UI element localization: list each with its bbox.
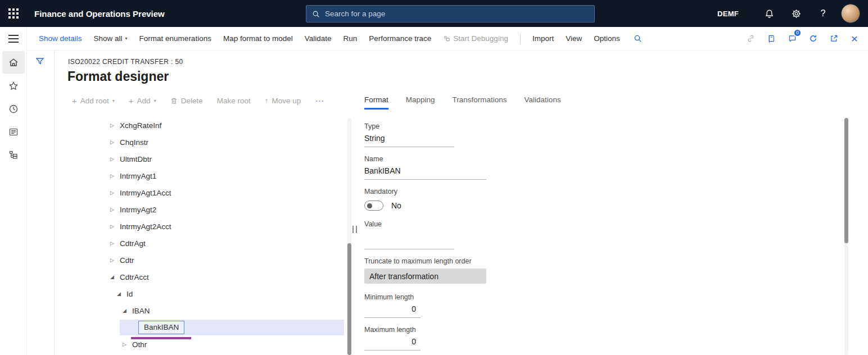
- home-icon: [8, 57, 19, 67]
- global-search[interactable]: [306, 5, 595, 22]
- filter-pane-button[interactable]: [35, 57, 44, 66]
- tree-item-name-editor[interactable]: BankIBAN: [138, 321, 184, 334]
- nav-home-button[interactable]: [2, 51, 25, 74]
- show-details-link[interactable]: Show details: [39, 34, 82, 43]
- chevron-collapsed-icon[interactable]: ▷: [110, 173, 120, 179]
- delete-button[interactable]: Delete: [170, 97, 203, 105]
- tree-item[interactable]: ▷ XchgRateInf: [27, 117, 344, 134]
- show-all-dropdown[interactable]: Show all ▾: [94, 34, 128, 43]
- tree-item-selected[interactable]: BankIBAN: [27, 319, 344, 336]
- tree-item[interactable]: ◢ IBAN: [27, 302, 344, 319]
- make-root-button[interactable]: Make root: [217, 97, 251, 105]
- messages-button[interactable]: 0: [784, 31, 800, 47]
- command-search-button[interactable]: [634, 34, 642, 43]
- mandatory-value: No: [391, 201, 401, 210]
- open-in-new-icon: [830, 34, 838, 43]
- tree-item[interactable]: ▷ IntrmyAgt2Acct: [27, 218, 344, 235]
- validate-button[interactable]: Validate: [305, 34, 332, 43]
- chevron-collapsed-icon[interactable]: ▷: [123, 342, 132, 347]
- move-up-button[interactable]: ↑ Move up: [265, 97, 301, 105]
- close-button[interactable]: ×: [847, 31, 862, 47]
- chevron-collapsed-icon[interactable]: ▷: [110, 139, 120, 145]
- tree-item[interactable]: ▷ IntrmyAgt1: [27, 167, 344, 184]
- tab-transformations[interactable]: Transformations: [453, 95, 507, 110]
- tree-item[interactable]: ▷ IntrmyAgt1Acct: [27, 184, 344, 201]
- nav-rail: [0, 27, 27, 355]
- attach-button[interactable]: [743, 31, 758, 47]
- search-icon: [634, 34, 642, 43]
- add-root-button[interactable]: + Add root ▾: [72, 96, 115, 106]
- tree-item-label: Othr: [132, 340, 147, 349]
- chevron-expanded-icon[interactable]: ◢: [110, 274, 120, 280]
- star-icon: [8, 81, 19, 91]
- nav-favorites-button[interactable]: [0, 74, 27, 97]
- tree-item[interactable]: ◢ CdtrAcct: [27, 268, 344, 285]
- nav-modules-button[interactable]: [0, 143, 27, 166]
- tree-item[interactable]: ▷ Cdtr: [27, 252, 344, 268]
- start-debugging-button: Start Debugging: [443, 34, 508, 43]
- app-launcher-button[interactable]: [0, 0, 27, 27]
- chevron-collapsed-icon[interactable]: ▷: [110, 156, 120, 162]
- truncate-combobox[interactable]: After transformation: [364, 268, 486, 284]
- view-button[interactable]: View: [566, 34, 582, 43]
- notifications-button[interactable]: [756, 0, 783, 27]
- nav-menu-button[interactable]: [0, 27, 27, 51]
- chevron-expanded-icon[interactable]: ◢: [117, 291, 126, 297]
- nav-rail-items: [0, 51, 27, 166]
- minimum-length-input[interactable]: 0: [364, 304, 421, 318]
- chevron-collapsed-icon[interactable]: ▷: [110, 207, 120, 212]
- global-search-input[interactable]: [325, 10, 589, 18]
- tree-item-label: IBAN: [132, 307, 150, 315]
- performance-trace-button[interactable]: Performance trace: [369, 34, 431, 43]
- name-input[interactable]: BankIBAN: [364, 166, 486, 180]
- tab-format[interactable]: Format: [364, 95, 388, 110]
- chevron-expanded-icon[interactable]: ◢: [123, 308, 132, 313]
- nav-recent-button[interactable]: [0, 97, 27, 120]
- tree-item-label: Cdtr: [120, 256, 134, 265]
- value-label: Value: [364, 220, 533, 228]
- tree-item[interactable]: ▷ ChqInstr: [27, 134, 344, 151]
- tree-item[interactable]: ◢ Id: [27, 285, 344, 302]
- record-caption: ISO20022 CREDIT TRANSFER : 50: [68, 58, 183, 66]
- more-actions-button[interactable]: ⋯: [315, 95, 325, 106]
- minimum-length-field: Minimum length 0: [364, 293, 533, 318]
- nav-news-button[interactable]: [0, 120, 27, 143]
- tab-mapping[interactable]: Mapping: [406, 95, 435, 110]
- link-icon: [747, 34, 755, 43]
- chevron-collapsed-icon[interactable]: ▷: [110, 224, 120, 229]
- tree-item[interactable]: ▷ CdtrAgt: [27, 235, 344, 252]
- chevron-collapsed-icon[interactable]: ▷: [110, 240, 120, 246]
- value-input[interactable]: [364, 236, 454, 249]
- chevron-collapsed-icon[interactable]: ▷: [110, 190, 120, 195]
- selection-underline-marker: [131, 337, 191, 339]
- chevron-collapsed-icon[interactable]: ▷: [110, 122, 120, 128]
- chevron-collapsed-icon[interactable]: ▷: [110, 257, 120, 263]
- map-format-to-model-button[interactable]: Map format to model: [223, 34, 293, 43]
- maximum-length-input[interactable]: 0: [364, 337, 421, 351]
- panel-splitter-handle[interactable]: [352, 226, 357, 233]
- refresh-button[interactable]: [805, 31, 821, 47]
- settings-button[interactable]: [783, 0, 810, 27]
- help-button[interactable]: ?: [810, 0, 837, 27]
- options-button[interactable]: Options: [594, 34, 620, 43]
- tree-scrollbar-thumb[interactable]: [347, 243, 351, 355]
- tree-item[interactable]: ▷ IntrmyAgt2: [27, 201, 344, 218]
- page-title: Format designer: [67, 69, 169, 84]
- tab-validations[interactable]: Validations: [525, 95, 561, 110]
- open-in-new-window-button[interactable]: [826, 31, 842, 47]
- command-bar: Show details Show all ▾ Format enumerati…: [27, 27, 868, 51]
- type-value[interactable]: String: [364, 134, 454, 147]
- import-button[interactable]: Import: [532, 34, 554, 43]
- run-button[interactable]: Run: [343, 34, 358, 43]
- tree-item[interactable]: ▷ UltmtDbtr: [27, 151, 344, 167]
- user-avatar[interactable]: [841, 4, 860, 23]
- format-enumerations-button[interactable]: Format enumerations: [139, 34, 211, 43]
- detail-scrollbar-thumb[interactable]: [844, 118, 848, 243]
- mandatory-toggle[interactable]: [364, 201, 383, 211]
- hierarchy-icon: [8, 150, 19, 160]
- truncate-label: Truncate to maximum length order: [364, 257, 533, 265]
- add-button[interactable]: + Add ▾: [129, 96, 156, 106]
- company-picker[interactable]: DEMF: [700, 10, 756, 18]
- tree-item-label: CdtrAcct: [120, 273, 149, 281]
- task-guide-button[interactable]: [763, 31, 779, 47]
